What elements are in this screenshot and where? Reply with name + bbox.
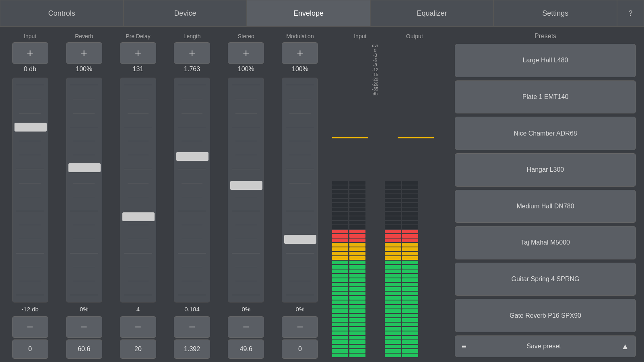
fader-predelay-num[interactable]: 20 [120,339,156,359]
fader-length-minus[interactable]: − [174,316,210,338]
vu-meters-container: ovr 0 -3 -6 -9 -12 -15 -20 -26 -35 db [330,42,447,359]
vu-labels: Input Output [330,30,447,42]
fader-stereo-minus[interactable]: − [228,316,264,338]
vu-scale: ovr 0 -3 -6 -9 -12 -15 -20 -26 -35 db [367,42,383,359]
presets-label: Presets [455,30,636,42]
preset-gate-reverb[interactable]: Gate Reverb P16 SPX90 [455,299,636,332]
fader-reverb-handle[interactable] [68,163,101,172]
save-preset-icon: ≡ [462,342,466,351]
tab-settings[interactable]: Settings [493,0,617,27]
tab-device[interactable]: Device [124,0,247,27]
preset-taj-mahal[interactable]: Taj Mahal M5000 [455,226,636,259]
main-content: Input Reverb Pre Delay Length Stereo Mod… [0,27,644,362]
fader-stereo-value-bottom: 0% [242,306,250,315]
vu-bar-1 [402,42,418,359]
vu-yellow-line [332,137,368,138]
fader-input-handle[interactable] [14,123,47,132]
fader-predelay-value-top: 131 [133,66,144,74]
fader-length-num[interactable]: 1.392 [174,339,210,359]
fader-modulation-minus[interactable]: − [282,316,318,338]
save-preset-button[interactable]: ≡ Save preset ▲ [455,335,636,357]
tab-equalizer[interactable]: Equalizer [370,0,494,27]
faders-row: + 0 db -12 db − 0 [0,42,330,359]
fader-input: + 0 db -12 db − 0 [4,42,56,359]
fader-input-value-bottom: -12 db [21,306,39,315]
fader-predelay-minus[interactable]: − [120,316,156,338]
fader-labels-row: Input Reverb Pre Delay Length Stereo Mod… [0,30,330,42]
preset-large-hall[interactable]: Large Hall L480 [455,44,636,77]
preset-medium-hall[interactable]: Medium Hall DN780 [455,190,636,223]
fader-reverb-value-top: 100% [76,66,92,74]
label-length: Length [166,33,218,39]
label-input: Input [4,33,56,39]
fader-modulation: + 100% 0% − 0 [274,42,326,359]
vu-bar-0 [385,42,401,359]
fader-predelay: + 131 4 − 20 [112,42,164,359]
fader-length-handle[interactable] [176,152,208,161]
vu-yellow-line [398,137,434,138]
label-stereo: Stereo [220,33,272,39]
tab-envelope[interactable]: Envelope [247,0,370,27]
fader-modulation-value-top: 100% [292,66,308,74]
preset-hangar[interactable]: Hangar L300 [455,153,636,187]
fader-input-num[interactable]: 0 [12,339,48,359]
top-navigation: Controls Device Envelope Equalizer Setti… [0,0,644,27]
fader-input-minus[interactable]: − [12,316,48,338]
fader-predelay-plus[interactable]: + [120,42,156,64]
fader-stereo-plus[interactable]: + [228,42,264,64]
vu-input-bars [332,42,365,359]
vu-output-bars [385,42,418,359]
faders-section: Input Reverb Pre Delay Length Stereo Mod… [0,27,330,362]
presets-section: Presets Large Hall L480 Plate 1 EMT140 N… [447,27,644,362]
vu-output-label: Output [406,33,423,39]
vu-input-label: Input [354,33,366,39]
label-predelay: Pre Delay [112,33,164,39]
fader-stereo-handle[interactable] [230,181,262,190]
preset-plate1[interactable]: Plate 1 EMT140 [455,80,636,114]
preset-guitar-spring[interactable]: Guitar Spring 4 SPRNG [455,263,636,296]
fader-reverb: + 100% 0% − 60.6 [58,42,110,359]
fader-modulation-plus[interactable]: + [282,42,318,64]
fader-length-value-top: 1.763 [184,66,200,74]
help-button[interactable]: ? [617,0,644,27]
fader-reverb-minus[interactable]: − [66,316,102,338]
fader-input-value-top: 0 db [24,66,36,74]
fader-stereo: + 100% 0% − 49.6 [220,42,272,359]
label-modulation: Modulation [274,33,326,39]
save-preset-icon-right: ▲ [621,342,629,351]
fader-stereo-num[interactable]: 49.6 [228,339,264,359]
label-reverb: Reverb [58,33,110,39]
fader-reverb-num[interactable]: 60.6 [66,339,102,359]
fader-stereo-value-top: 100% [238,66,254,74]
preset-nice-chamber[interactable]: Nice Chamber ADR68 [455,117,636,150]
tab-controls[interactable]: Controls [0,0,124,27]
fader-length: + 1.763 0.184 − 1.392 [166,42,218,359]
fader-length-value-bottom: 0.184 [184,306,200,315]
fader-input-plus[interactable]: + [12,42,48,64]
save-preset-label: Save preset [526,343,561,350]
fader-predelay-value-bottom: 4 [136,306,140,315]
fader-reverb-value-bottom: 0% [80,306,89,315]
fader-modulation-num[interactable]: 0 [282,339,318,359]
fader-length-plus[interactable]: + [174,42,210,64]
fader-modulation-value-bottom: 0% [296,306,305,315]
vu-bar-0 [332,42,348,359]
vu-bar-1 [349,42,365,359]
fader-reverb-plus[interactable]: + [66,42,102,64]
fader-modulation-handle[interactable] [284,235,316,244]
vu-section: Input Output ovr 0 -3 -6 -9 -12 -15 -20 … [330,27,447,362]
fader-predelay-handle[interactable] [122,212,155,221]
